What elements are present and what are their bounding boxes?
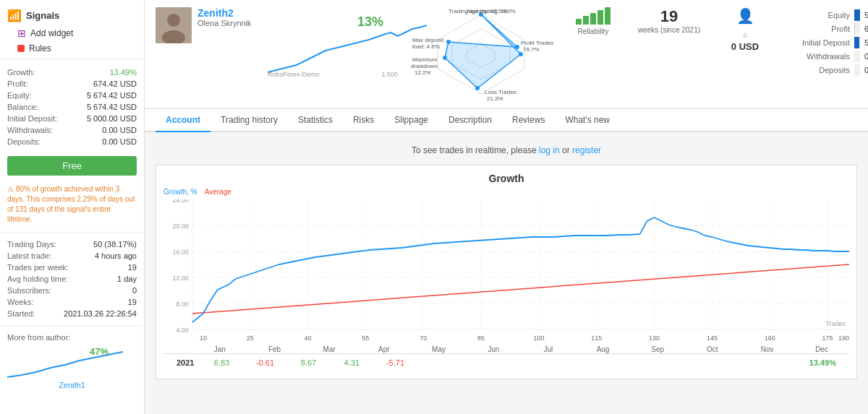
- growth-value: 13.49%: [110, 68, 137, 77]
- mini-chart: 47%: [7, 345, 123, 381]
- tab-description[interactable]: Description: [438, 109, 502, 132]
- svg-text:25: 25: [247, 335, 254, 342]
- sidebar-add-widget[interactable]: ⊞ Add widget: [0, 25, 144, 41]
- legend-avg: Average: [205, 188, 231, 196]
- tab-statistics[interactable]: Statistics: [288, 109, 343, 132]
- author-name[interactable]: Zenith1: [7, 381, 137, 389]
- sidebar-stats: Growth: 13.49% Profit: 674.42 USD Equity…: [0, 62, 144, 152]
- sidebar-rules[interactable]: Rules: [0, 41, 144, 56]
- per-week-label: Trades per week:: [7, 263, 69, 272]
- profit-bar-fill: [854, 23, 855, 35]
- svg-text:Trades: Trades: [825, 320, 846, 327]
- initial-label: Initial Deposit:: [7, 114, 57, 123]
- growth-label: Growth:: [7, 68, 35, 77]
- profile-info: Zenith2 Olena Skrynnik: [197, 7, 252, 27]
- more-author-title: More from author:: [7, 333, 137, 342]
- legend-blue: Growth, %: [163, 188, 197, 196]
- latest-label: Latest trade:: [7, 251, 51, 260]
- days-label: Trading Days:: [7, 240, 56, 249]
- svg-text:100: 100: [533, 335, 544, 342]
- top-section: Zenith2 Olena Skrynnik 13% RoboForex-Dem…: [145, 0, 868, 109]
- more-author-section: More from author: 47% Zenith1: [0, 329, 144, 394]
- sidebar-signals[interactable]: 📶 Signals: [0, 6, 144, 25]
- latest-value: 4 hours ago: [95, 251, 137, 260]
- bottom-apr: 4.31: [330, 357, 373, 368]
- balance-value: 5 674.42 USD: [87, 103, 137, 111]
- svg-text:190: 190: [838, 335, 849, 342]
- radar-chart: Algo trading: 100% Profit Trades: 78.7% …: [409, 7, 553, 101]
- reliability-label: Reliability: [564, 27, 622, 35]
- usd-section: 👤0 0 USD: [716, 7, 774, 52]
- per-week-value: 19: [128, 263, 137, 272]
- login-link[interactable]: log in: [539, 145, 560, 155]
- svg-text:160: 160: [765, 335, 775, 342]
- rel-bar-5: [605, 7, 610, 25]
- profit-value: 674.42 USD: [93, 79, 137, 88]
- weeks-sub: weeks (since 2021): [633, 26, 705, 34]
- equity-value: 5 674.42 USD: [87, 91, 137, 100]
- svg-text:16.00: 16.00: [172, 249, 188, 256]
- svg-text:drawdown:: drawdown:: [411, 63, 439, 69]
- deposits-bar-container: [854, 64, 860, 76]
- svg-point-11: [446, 40, 451, 44]
- rel-bar-3: [590, 13, 596, 25]
- profile-name[interactable]: Zenith2: [197, 7, 252, 19]
- equity-bar-fill: [854, 9, 860, 21]
- deposits-bar-row: Deposits 0.00 USD: [785, 64, 868, 76]
- register-link[interactable]: register: [572, 145, 601, 155]
- weeks-number: 19: [633, 7, 705, 26]
- profit-bar-row: Profit 674.42 USD: [785, 23, 868, 35]
- svg-text:Profit Trades:: Profit Trades:: [521, 40, 553, 46]
- tab-slippage[interactable]: Slippage: [384, 109, 438, 132]
- initial-bar-label: Initial Deposit: [785, 38, 850, 47]
- x-label-oct: Oct: [685, 345, 740, 353]
- bottom-bar: 2021 6.83 -0.61 8.67 4.31 -5.71 13.49%: [163, 353, 849, 371]
- x-label-jul: Jul: [521, 345, 576, 353]
- svg-text:130: 130: [649, 335, 660, 342]
- x-label-may: May: [412, 345, 467, 353]
- bottom-jan: 6.83: [200, 357, 243, 368]
- equity-bar-label: Equity: [785, 11, 850, 20]
- avatar-image: [156, 7, 192, 43]
- main-content: Zenith2 Olena Skrynnik 13% RoboForex-Dem…: [145, 0, 868, 414]
- broker-label: RoboForex-Demo: [268, 71, 320, 78]
- add-widget-label: Add widget: [30, 28, 73, 38]
- bottom-feb: -0.61: [243, 357, 286, 368]
- withdrawals-bar-label: Withdrawals: [785, 52, 850, 61]
- svg-text:175: 175: [822, 335, 833, 342]
- free-button[interactable]: Free: [7, 156, 137, 176]
- tab-risks[interactable]: Risks: [343, 109, 384, 132]
- svg-text:4.00: 4.00: [176, 327, 188, 334]
- deposits-bar-value: 0.00 USD: [864, 66, 868, 74]
- tab-bar: Account Trading history Statistics Risks…: [145, 109, 868, 132]
- mini-chart-value: 47%: [90, 346, 109, 357]
- svg-text:78.7%: 78.7%: [523, 46, 540, 53]
- x-label-aug: Aug: [576, 345, 631, 353]
- x-label-jan: Jan: [192, 345, 247, 353]
- line-chart-area: 13% RoboForex-Demo 1:500: [268, 7, 398, 79]
- tab-whats-new[interactable]: What's new: [555, 109, 620, 132]
- bottom-year: 2021: [171, 357, 200, 368]
- tab-account[interactable]: Account: [156, 109, 210, 132]
- svg-text:40: 40: [305, 335, 312, 342]
- initial-bar-fill: [854, 37, 859, 48]
- signals-label: Signals: [26, 10, 59, 21]
- svg-text:85: 85: [477, 335, 485, 342]
- equity-bar-value: 5 674.42 USD: [864, 11, 868, 20]
- growth-title: Growth: [163, 173, 849, 184]
- started-value: 2021.03.26 22:26:54: [64, 309, 137, 318]
- profit-label: Profit:: [7, 79, 28, 88]
- svg-point-1: [167, 14, 180, 27]
- tab-reviews[interactable]: Reviews: [502, 109, 555, 132]
- tab-trading-history[interactable]: Trading history: [210, 109, 288, 132]
- rules-label: Rules: [29, 43, 51, 53]
- profit-bar-value: 674.42 USD: [864, 25, 868, 33]
- rel-bar-4: [597, 10, 603, 25]
- growth-note: ⚠ 80% of growth achieved within 3 days. …: [0, 180, 144, 229]
- avatar: [156, 7, 192, 43]
- svg-text:8.00: 8.00: [176, 301, 188, 308]
- subscribers-value: 0: [132, 286, 137, 295]
- usd-value: 0 USD: [716, 41, 774, 52]
- realtime-or: or: [562, 145, 572, 155]
- line-chart: 24.00 20.00 16.00 12.00 8.00 4.00: [163, 199, 849, 344]
